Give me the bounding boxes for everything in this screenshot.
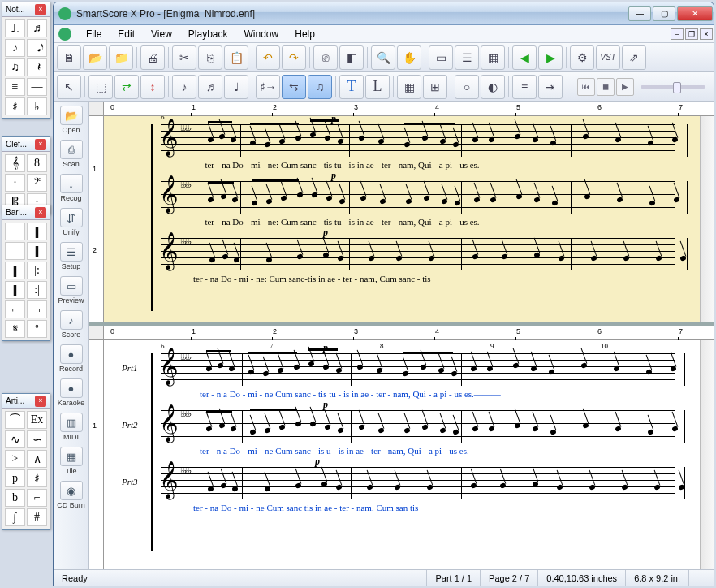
pane-score[interactable]: 1 Prt1 6 7 8 9 10 𝄞 ♭♭♭♭ [89, 340, 714, 569]
tie-button[interactable]: ⇆ [282, 75, 306, 99]
sidebar-record-button[interactable]: ●Record [55, 342, 88, 375]
minimize-button[interactable]: — [628, 6, 651, 21]
sidebar-score-button[interactable]: ♪Score [55, 308, 88, 341]
palette-barlines[interactable]: Barl...× |‖|‖‖|:‖:|⌐¬𝄋𝄌 [2, 205, 50, 341]
undo-button[interactable]: ↶ [256, 45, 280, 70]
palette-barl-cell-11[interactable]: 𝄌 [27, 320, 47, 338]
palette-arti-cell-0[interactable]: ⁀ [5, 411, 25, 429]
palette-barl-cell-4[interactable]: ‖ [5, 262, 25, 279]
palette-notes-cell-4[interactable]: ♫ [5, 58, 25, 76]
sidebar-cd burn-button[interactable]: ◉CD Burn [55, 478, 88, 512]
vst-button[interactable]: VST [596, 45, 620, 70]
lyrics-bot-2[interactable]: ter - n a Do - mi - ne Cum sanc - is u -… [200, 446, 496, 456]
palette-notes-cell-7[interactable]: — [27, 78, 47, 96]
palette-barl-cell-10[interactable]: 𝄋 [5, 320, 25, 338]
cut-button[interactable]: ✂ [172, 45, 196, 70]
palette-arti-cell-7[interactable]: ♯ [27, 469, 47, 487]
palette-barl-cell-1[interactable]: ‖ [27, 223, 47, 240]
palette-barl-cell-7[interactable]: :| [27, 281, 47, 299]
close-icon[interactable]: × [35, 396, 46, 407]
text-tool-button[interactable]: T [339, 75, 364, 99]
sidebar-midi-button[interactable]: ▥MIDI [55, 410, 88, 443]
split-view-button[interactable]: ☰ [455, 45, 479, 70]
palette-arti-cell-4[interactable]: > [5, 450, 25, 468]
palette-notes-cell-1[interactable]: ♬ [27, 19, 47, 37]
palette-clef-cell-2[interactable]: · [5, 174, 25, 192]
mdi-restore-button[interactable]: ❐ [685, 28, 698, 40]
drum-button[interactable]: ◐ [481, 75, 505, 99]
lyrics-bot-3[interactable]: ter - na Do - mi - ne Cum sanc tis in ae… [193, 503, 418, 512]
sidebar-unify-button[interactable]: ⇵Unify [55, 205, 88, 239]
chord-symbol-button[interactable]: ⊞ [423, 75, 447, 99]
page-score[interactable]: Prt1 6 7 8 9 10 𝄞 ♭♭♭♭ p [104, 340, 700, 569]
palette-notes-cell-6[interactable]: ≡ [5, 78, 25, 96]
palette-notes-cell-5[interactable]: 𝄽 [27, 58, 47, 76]
menu-help[interactable]: Help [287, 27, 323, 41]
close-icon[interactable]: × [35, 139, 46, 150]
prev-page-button[interactable]: ◀ [512, 45, 537, 70]
eighth-note-button[interactable]: ♪ [172, 75, 196, 99]
layout-button[interactable]: ≡ [512, 75, 537, 99]
redo-button[interactable]: ↷ [282, 45, 306, 70]
paste-button[interactable]: 📋 [224, 45, 248, 70]
play-button[interactable]: ▶ [616, 78, 634, 96]
new-file-button[interactable]: 🗎 [57, 45, 81, 70]
select-tool-button[interactable]: ↖ [57, 75, 81, 99]
palette-notes-cell-9[interactable]: ♭ [27, 97, 47, 115]
open-file-button[interactable]: 📂 [83, 45, 107, 70]
palette-notes[interactable]: Not...× ♩.♬♪𝅘𝅥𝅯♫𝄽≡—♯♭ [2, 2, 50, 119]
menu-view[interactable]: View [143, 27, 180, 41]
palette-articulations[interactable]: Arti...× ⁀Ex∿∽>∧p♯b⌐∫# [2, 393, 50, 530]
lyrics-bot-1[interactable]: ter - n a Do - mi - ne Cum sanc - tis tu… [200, 389, 501, 399]
palette-notes-cell-3[interactable]: 𝅘𝅥𝅯 [27, 39, 47, 57]
sidebar-preview-button[interactable]: ▭Preview [55, 274, 88, 307]
sixteenth-note-button[interactable]: ♬ [198, 75, 222, 99]
copy-button[interactable]: ⎘ [198, 45, 222, 70]
sidebar-recog-button[interactable]: ↓Recog [55, 171, 88, 205]
status-resize-grip[interactable] [689, 570, 714, 586]
mixer-button[interactable]: ⚙ [570, 45, 594, 70]
palette-barl-cell-6[interactable]: ‖ [5, 281, 25, 299]
recognize-button[interactable]: ◧ [339, 45, 364, 70]
close-button[interactable]: ✕ [677, 6, 713, 21]
palette-barl-cell-9[interactable]: ¬ [27, 300, 47, 318]
beam-button[interactable]: ♫ [308, 75, 332, 99]
sidebar-open-button[interactable]: 📂Open [55, 103, 88, 136]
palette-arti-cell-6[interactable]: p [5, 469, 25, 487]
palette-notes-cell-0[interactable]: ♩. [5, 19, 25, 37]
sidebar-setup-button[interactable]: ☰Setup [55, 240, 88, 273]
menu-window[interactable]: Window [236, 27, 287, 41]
palette-barl-cell-2[interactable]: | [5, 242, 25, 260]
next-page-button[interactable]: ▶ [538, 45, 563, 70]
accidental-button[interactable]: ♯→ [256, 75, 280, 99]
palette-arti-cell-9[interactable]: ⌐ [27, 489, 47, 507]
sidebar-tile-button[interactable]: ▦Tile [55, 444, 88, 478]
guitar-chord-button[interactable]: ▦ [397, 75, 421, 99]
page-view-button[interactable]: ▭ [429, 45, 453, 70]
scrollbar-top-vertical[interactable] [700, 116, 714, 322]
print-button[interactable]: 🖨 [140, 45, 165, 70]
tile-view-button[interactable]: ▦ [481, 45, 505, 70]
save-file-button[interactable]: 📁 [109, 45, 133, 70]
close-icon[interactable]: × [35, 4, 46, 15]
mdi-close-button[interactable]: × [700, 28, 713, 40]
export-button[interactable]: ⇗ [622, 45, 646, 70]
zoom-button[interactable]: 🔍 [371, 45, 395, 70]
note-tool-button[interactable]: ♩ [224, 75, 248, 99]
palette-arti-cell-8[interactable]: b [5, 489, 25, 507]
maximize-button[interactable]: ▢ [653, 6, 675, 21]
stop-button[interactable]: ◼ [597, 78, 615, 96]
title-bar[interactable]: SmartScore X Pro - [Enigma_Nimrod.enf] —… [54, 2, 714, 25]
lyric-tool-button[interactable]: L [365, 75, 390, 99]
palette-clef[interactable]: Clef...× 𝄞8·𝄢𝄡· [2, 136, 50, 214]
palette-barl-cell-3[interactable]: ‖ [27, 242, 47, 260]
palette-barl-cell-0[interactable]: | [5, 223, 25, 240]
menu-edit[interactable]: Edit [110, 27, 143, 41]
palette-notes-cell-2[interactable]: ♪ [5, 39, 25, 57]
rewind-button[interactable]: ⏮ [577, 78, 595, 96]
sidebar-scan-button[interactable]: ⎙Scan [55, 137, 88, 171]
menu-playback[interactable]: Playback [180, 27, 236, 41]
palette-clef-cell-0[interactable]: 𝄞 [5, 154, 25, 172]
palette-barl-cell-8[interactable]: ⌐ [5, 300, 25, 318]
palette-notes-cell-8[interactable]: ♯ [5, 97, 25, 115]
